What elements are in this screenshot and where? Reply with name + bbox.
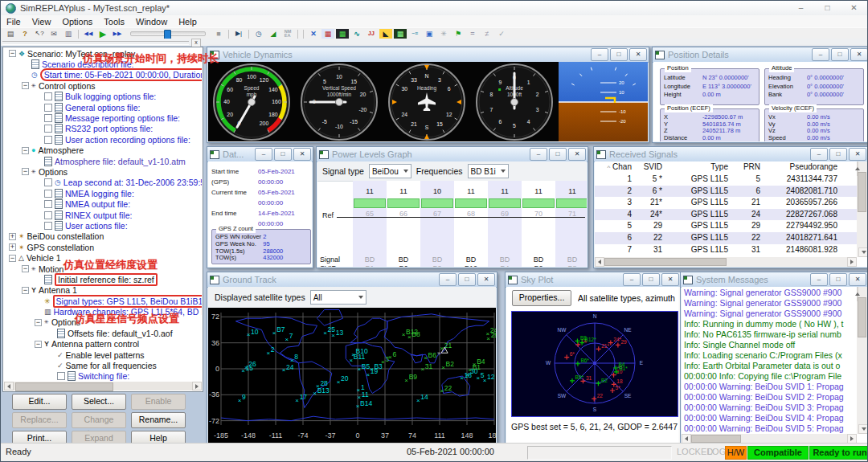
scrollbar-thumb[interactable] xyxy=(604,258,727,266)
checkbox[interactable] xyxy=(44,125,52,133)
edit-button[interactable]: Edit... xyxy=(12,394,67,410)
slider-thumb[interactable] xyxy=(164,30,171,39)
window-titlebar[interactable]: Power Levels Graph –□✕ xyxy=(317,147,588,162)
maximize-icon[interactable]: □ xyxy=(610,48,628,61)
menu-tools[interactable]: Tools xyxy=(98,17,130,27)
checkbox[interactable] xyxy=(44,114,52,122)
window-titlebar[interactable]: Sky Plot –□✕ xyxy=(506,272,681,288)
close-icon[interactable]: ✕ xyxy=(849,273,866,286)
scrollbar-thumb[interactable] xyxy=(858,297,866,337)
window-titlebar[interactable]: Vehicle Dynamics –□✕ xyxy=(207,47,649,63)
window-titlebar[interactable]: System Messages –□✕ xyxy=(681,272,868,288)
close-icon[interactable]: ✕ xyxy=(477,273,495,286)
horizontal-scrollbar[interactable] xyxy=(595,257,857,267)
checkbox[interactable] xyxy=(44,104,52,112)
view-power-graph-icon[interactable]: ▦ xyxy=(321,29,334,39)
tree-item[interactable]: Initial reference file: sz.ref xyxy=(4,274,202,284)
tree-item[interactable]: NMEA logging file: xyxy=(4,188,202,198)
maximize-icon[interactable]: □ xyxy=(274,148,292,161)
frequencies-dropdown[interactable]: BD B1i xyxy=(468,164,509,178)
skew-icon[interactable]: ≠ xyxy=(481,29,493,39)
scrollbar-thumb[interactable] xyxy=(15,382,113,391)
close-icon[interactable]: ✕ xyxy=(849,148,866,161)
tree-item[interactable]: −✳Options xyxy=(4,166,202,177)
scroll-down-icon[interactable] xyxy=(858,247,867,257)
app-restore-icon[interactable]: □ xyxy=(814,1,841,15)
properties-button[interactable]: Properties... xyxy=(512,290,571,306)
print-icon[interactable]: ▤ xyxy=(4,29,17,39)
play-icon[interactable]: ▶ xyxy=(96,29,109,39)
expander-icon[interactable]: − xyxy=(22,287,29,294)
view-interference-icon[interactable]: JJ xyxy=(365,29,378,39)
minimize-icon[interactable]: – xyxy=(810,148,828,161)
checkbox[interactable] xyxy=(44,211,52,219)
tree-item[interactable]: ✳Signal types: GPS L1L5, BeiDou B1iB1c xyxy=(4,296,202,306)
satellite-filter-dropdown[interactable]: All xyxy=(310,290,366,305)
tree-item[interactable]: RINEX output file: xyxy=(4,210,202,220)
tree-item[interactable]: +✴BeiDou constellation xyxy=(4,231,202,242)
scrollbar-thumb[interactable] xyxy=(858,172,866,212)
menu-options[interactable]: Options xyxy=(56,17,98,27)
checkbox[interactable] xyxy=(44,190,52,198)
tree-horizontal-scrollbar[interactable] xyxy=(4,382,202,390)
view-levels-icon[interactable]: −≡ xyxy=(408,29,421,39)
checkbox[interactable] xyxy=(44,136,52,144)
view-windows-icon[interactable]: ▣ xyxy=(423,29,436,39)
close-icon[interactable]: ✕ xyxy=(568,148,586,161)
table-row[interactable]: 529GPS L1L52922794492.950 xyxy=(595,220,857,232)
minimize-icon[interactable]: – xyxy=(530,148,547,161)
expander-icon[interactable]: − xyxy=(35,341,42,348)
menu-window[interactable]: Window xyxy=(130,17,173,27)
tree-item[interactable]: +✴GPS constellation xyxy=(4,242,202,252)
menu-file[interactable]: File xyxy=(1,17,27,27)
select-button[interactable]: Select... xyxy=(72,394,126,410)
scroll-right-icon[interactable] xyxy=(192,382,202,390)
minimize-icon[interactable]: – xyxy=(439,273,457,286)
checkbox[interactable] xyxy=(44,222,52,230)
expander-icon[interactable]: + xyxy=(9,233,16,240)
tree-item[interactable]: ✓Same for all frequencies xyxy=(4,360,202,370)
expander-icon[interactable]: − xyxy=(35,319,42,326)
scroll-down-icon[interactable] xyxy=(858,424,867,434)
stop-icon[interactable]: ■ xyxy=(212,29,225,39)
window-titlebar[interactable]: Ground Track –□✕ xyxy=(207,272,497,288)
minimize-icon[interactable]: – xyxy=(255,148,272,161)
maximize-icon[interactable]: □ xyxy=(642,273,660,286)
expander-icon[interactable]: − xyxy=(22,82,29,89)
window-titlebar[interactable]: Dat... –□✕ xyxy=(207,147,313,162)
playback-slider[interactable] xyxy=(130,31,206,36)
snapshot-icon[interactable]: ✳ xyxy=(437,29,450,39)
tree-item[interactable]: User actions file: xyxy=(4,220,202,231)
table-row[interactable]: 321*GPS L1L52120365957.266 xyxy=(595,197,857,209)
checkbox[interactable] xyxy=(44,92,52,100)
expander-icon[interactable]: − xyxy=(22,147,29,154)
rename-button[interactable]: Rename... xyxy=(131,412,186,428)
vertical-scrollbar[interactable] xyxy=(857,287,867,434)
checkbox[interactable] xyxy=(57,372,65,380)
checkbox[interactable] xyxy=(44,200,52,208)
rewind-icon[interactable]: ◀◀ xyxy=(82,29,95,39)
table-row[interactable]: 731GPS L1L53121486081.928 xyxy=(595,244,857,256)
expander-icon[interactable]: − xyxy=(9,255,16,262)
table-row[interactable]: 26 *GPS L1L5624082081.710 xyxy=(595,186,857,198)
scrollbar-thumb[interactable] xyxy=(691,435,741,443)
maximize-icon[interactable]: □ xyxy=(831,48,849,61)
apply-icon[interactable]: ✓ xyxy=(495,29,508,39)
view-signals-icon[interactable]: ∿ xyxy=(350,29,363,39)
view-ground-track-icon[interactable]: ▦ xyxy=(336,29,349,39)
minimize-icon[interactable]: – xyxy=(591,48,608,61)
expander-icon[interactable]: + xyxy=(9,243,16,251)
expander-icon[interactable]: − xyxy=(22,168,29,175)
maximize-icon[interactable]: □ xyxy=(549,148,567,161)
tree-item[interactable]: −✳Control options xyxy=(4,80,202,91)
menu-help[interactable]: Help xyxy=(173,17,203,27)
minimize-icon[interactable]: – xyxy=(623,273,641,286)
checkbox[interactable] xyxy=(44,178,52,186)
tree-item[interactable]: General options file: xyxy=(4,102,202,112)
table-header[interactable]: ^ ChanSVIDTypePRNPseudorange xyxy=(595,161,857,174)
pin-icon[interactable]: ⚑ xyxy=(452,29,465,39)
fast-forward-icon[interactable]: ▶▶ xyxy=(111,29,124,39)
scroll-right-icon[interactable] xyxy=(847,257,857,267)
window-titlebar[interactable]: Received Signals –□✕ xyxy=(594,147,868,162)
dock-handle[interactable] xyxy=(2,41,189,45)
